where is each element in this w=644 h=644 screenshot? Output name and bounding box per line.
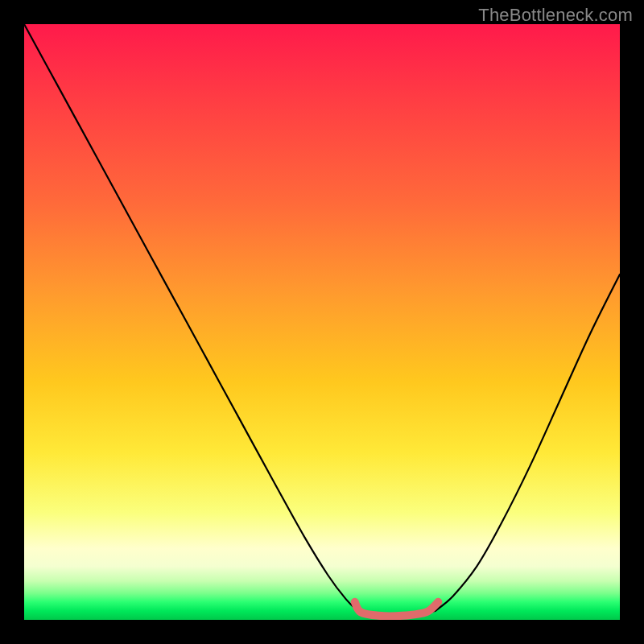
plot-area: [24, 24, 620, 620]
curve-valley-highlight: [355, 602, 439, 617]
watermark-text: TheBottleneck.com: [478, 5, 633, 26]
chart-frame: TheBottleneck.com: [0, 0, 644, 644]
curve-left-branch: [24, 24, 357, 611]
curve-right-branch: [436, 275, 620, 611]
curve-layer: [24, 24, 620, 620]
